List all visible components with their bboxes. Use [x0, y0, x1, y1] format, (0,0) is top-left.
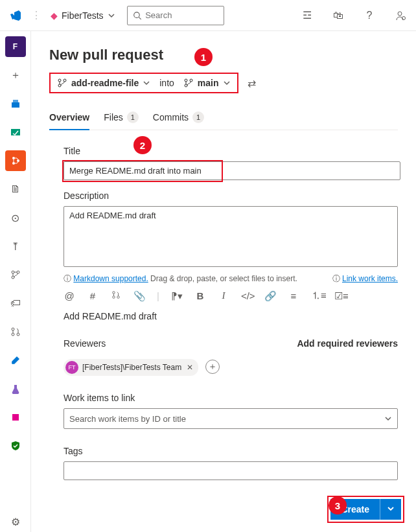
title-input[interactable]	[64, 161, 400, 180]
tab-label: Commits	[153, 112, 189, 122]
nav-commits[interactable]: ⊙	[5, 207, 26, 228]
source-branch-name: add-readme-file	[71, 78, 139, 88]
remove-reviewer-icon[interactable]: ✕	[187, 363, 193, 372]
search-icon	[133, 10, 142, 21]
nav-test-plans[interactable]	[5, 378, 26, 399]
nav-boards[interactable]	[5, 122, 26, 143]
nav-add[interactable]: ＋	[5, 65, 26, 86]
svg-point-2	[398, 12, 402, 16]
commits-count-badge: 1	[192, 111, 204, 123]
italic-icon[interactable]: I	[218, 290, 229, 301]
branch-icon	[183, 78, 194, 88]
project-selector[interactable]: ◆ FiberTests	[47, 10, 119, 21]
tab-label: Overview	[49, 112, 89, 122]
pr-link-icon[interactable]	[110, 290, 122, 301]
callout-2: 2	[133, 136, 152, 154]
reviewer-avatar: FT	[65, 361, 78, 374]
numbered-list-icon[interactable]: ⒈≡	[311, 290, 323, 302]
bullet-list-icon[interactable]: ≡	[288, 290, 299, 301]
tags-label: Tags	[64, 446, 398, 456]
reviewers-label: Reviewers	[64, 338, 106, 349]
add-reviewer-button[interactable]: ＋	[205, 360, 220, 374]
nav-pull-requests[interactable]	[5, 321, 26, 342]
info-icon: ⓘ	[64, 274, 71, 283]
link-icon[interactable]: 🔗	[264, 290, 276, 302]
target-branch-selector[interactable]: main	[183, 78, 231, 88]
svg-point-18	[58, 79, 61, 82]
description-hint-row: ⓘ Markdown supported. Drag & drop, paste…	[64, 273, 398, 284]
header-icon[interactable]: ⁋▾	[171, 290, 183, 302]
nav-files[interactable]: 🗎	[5, 179, 26, 200]
search-input[interactable]	[145, 10, 218, 20]
chevron-down-icon	[108, 12, 115, 19]
user-settings-icon[interactable]	[390, 5, 411, 26]
svg-rect-17	[12, 414, 19, 421]
work-items-label: Work items to link	[64, 393, 398, 403]
svg-point-10	[12, 271, 14, 273]
svg-point-24	[113, 292, 115, 294]
code-icon[interactable]: </>	[241, 290, 253, 301]
tab-commits[interactable]: Commits1	[153, 106, 204, 130]
description-label: Description	[64, 191, 398, 201]
work-items-placeholder: Search work items by ID or title	[69, 414, 186, 424]
tags-section: Tags	[64, 446, 398, 480]
svg-point-11	[12, 276, 14, 279]
tab-label: Files	[104, 112, 123, 122]
hash-icon[interactable]: #	[87, 290, 98, 301]
description-input[interactable]	[64, 206, 398, 267]
tags-input[interactable]	[64, 461, 398, 480]
topbar-actions: ☲ 🛍 ?	[297, 5, 411, 26]
marketplace-icon[interactable]: 🛍	[328, 5, 349, 26]
nav-project-tile[interactable]: F	[5, 36, 26, 57]
separator-icon: ⋮	[31, 9, 41, 21]
nav-branches[interactable]	[5, 264, 26, 285]
tab-overview[interactable]: Overview	[49, 106, 89, 130]
nav-pipelines[interactable]	[5, 350, 26, 371]
work-items-section: Work items to link Search work items by …	[64, 393, 398, 429]
svg-point-12	[17, 271, 19, 273]
left-nav: F ＋ 🗎 ⊙ ⤒ 🏷 ⚙	[0, 31, 31, 532]
markdown-hint: Drag & drop, paste, or select files to i…	[148, 274, 297, 283]
svg-point-23	[190, 79, 192, 82]
info-icon: ⓘ	[332, 274, 340, 283]
source-branch-selector[interactable]: add-readme-file	[57, 78, 150, 88]
nav-compliance[interactable]	[5, 435, 26, 456]
reviewer-chip[interactable]: FT [FiberTests]\FiberTests Team ✕	[64, 359, 198, 376]
filter-icon[interactable]: ☲	[297, 5, 318, 26]
azure-devops-logo[interactable]	[5, 5, 26, 26]
attach-icon[interactable]: 📎	[133, 290, 145, 302]
nav-overview[interactable]	[5, 93, 26, 114]
tab-files[interactable]: Files1	[104, 106, 139, 130]
chevron-down-icon	[384, 415, 392, 422]
nav-tags[interactable]: 🏷	[5, 293, 26, 314]
link-work-items-link[interactable]: Link work items.	[342, 274, 398, 283]
target-branch-name: main	[198, 78, 219, 88]
reviewers-section: Reviewers Add required reviewers FT [Fib…	[64, 338, 398, 376]
create-dropdown-button[interactable]	[380, 499, 401, 520]
nav-repos[interactable]	[5, 150, 26, 171]
description-preview: Add README.md draft	[64, 311, 398, 321]
svg-point-22	[185, 84, 187, 87]
add-required-reviewers-button[interactable]: Add required reviewers	[297, 338, 398, 349]
svg-point-9	[17, 159, 19, 162]
title-label: Title	[64, 146, 398, 156]
svg-point-25	[113, 296, 115, 299]
search-box[interactable]	[127, 6, 224, 25]
nav-artifacts[interactable]	[5, 407, 26, 428]
reviewer-name: [FiberTests]\FiberTests Team	[82, 363, 181, 372]
svg-point-16	[12, 362, 14, 364]
md-toolbar: @ # 📎 | ⁋▾ B I </> 🔗 ≡ ⒈≡ ☑≡	[64, 290, 398, 302]
task-list-icon[interactable]: ☑≡	[334, 290, 346, 302]
nav-pushes[interactable]: ⤒	[5, 236, 26, 257]
swap-branches-icon[interactable]: ⇄	[248, 77, 256, 89]
nav-settings[interactable]: ⚙	[5, 511, 26, 532]
markdown-link[interactable]: Markdown supported.	[73, 274, 148, 283]
project-icon: ◆	[51, 10, 58, 21]
mention-icon[interactable]: @	[64, 290, 75, 301]
svg-point-7	[12, 157, 15, 159]
branch-selector-group: add-readme-file into main	[49, 73, 238, 93]
svg-point-8	[12, 162, 15, 165]
help-icon[interactable]: ?	[359, 5, 380, 26]
work-items-select[interactable]: Search work items by ID or title	[64, 408, 398, 429]
bold-icon[interactable]: B	[194, 290, 206, 301]
